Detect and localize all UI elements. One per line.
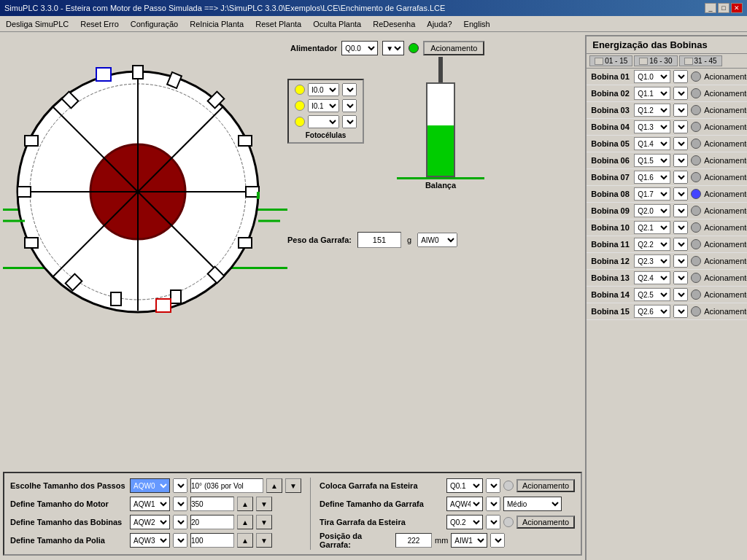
- bobina-acionamento-02: Acionamento: [704, 89, 747, 98]
- bobina-dropdown-10[interactable]: ▼: [673, 221, 688, 234]
- fotocell-led-3: [295, 117, 305, 127]
- menu-english[interactable]: English: [461, 18, 493, 30]
- menu-ajuda[interactable]: Ajuda?: [424, 18, 454, 30]
- feeder-address-select[interactable]: Q0.0: [341, 41, 378, 55]
- peso-value-input[interactable]: [357, 232, 401, 248]
- bobina-select-10[interactable]: Q2.1: [634, 221, 670, 234]
- bobina-select-03[interactable]: Q1.2: [634, 104, 670, 117]
- bobina-dropdown-15[interactable]: ▼: [673, 305, 688, 318]
- bobina-select-02[interactable]: Q1.1: [634, 87, 670, 100]
- row3-value-input[interactable]: [190, 515, 234, 529]
- fotocell-select-2[interactable]: I0.1: [308, 99, 339, 112]
- menu-reset-erro[interactable]: Reset Erro: [77, 18, 122, 30]
- bobina-select-09[interactable]: Q2.0: [634, 204, 670, 217]
- fotocell-select-1[interactable]: I0.0: [308, 83, 339, 96]
- row3-down-btn[interactable]: ▼: [256, 515, 272, 529]
- peso-address-select[interactable]: AIW0: [417, 233, 457, 247]
- tab-31-45[interactable]: 31 - 45: [679, 55, 722, 66]
- bobina-select-06[interactable]: Q1.5: [634, 154, 670, 167]
- rrow3-led: [503, 517, 514, 527]
- row4-down-btn[interactable]: ▼: [256, 533, 272, 548]
- row4-up-btn[interactable]: ▲: [237, 533, 253, 548]
- row3-dropdown[interactable]: ▼: [173, 515, 187, 529]
- row2-up-btn[interactable]: ▲: [237, 497, 253, 511]
- row1-dropdown[interactable]: ▼: [173, 478, 187, 493]
- row3-up-btn[interactable]: ▲: [237, 515, 253, 529]
- fotocells-label: Fotocélulas: [295, 131, 357, 139]
- feeder-dropdown[interactable]: ▼: [382, 41, 404, 55]
- bobina-dropdown-12[interactable]: ▼: [673, 254, 688, 268]
- bobina-dropdown-07[interactable]: ▼: [673, 171, 688, 184]
- bobina-dropdown-03[interactable]: ▼: [673, 104, 688, 117]
- row1-address-select[interactable]: AQW0: [130, 478, 170, 493]
- bobina-dropdown-13[interactable]: ▼: [673, 271, 688, 284]
- fotocell-dropdown-2[interactable]: ▼: [342, 99, 357, 112]
- bobina-select-14[interactable]: Q2.5: [634, 288, 670, 301]
- row2-address-select[interactable]: AQW1: [130, 497, 170, 511]
- bobina-led-07: [691, 172, 701, 182]
- rrow4-dropdown[interactable]: ▼: [490, 533, 505, 548]
- bobina-dropdown-04[interactable]: ▼: [673, 120, 688, 133]
- rrow1-led: [503, 481, 514, 491]
- rrow4-address-select[interactable]: AIW1: [451, 533, 487, 548]
- menu-reset-planta[interactable]: Reset Planta: [252, 18, 304, 30]
- maximize-button[interactable]: □: [718, 3, 729, 13]
- row4-dropdown[interactable]: ▼: [173, 533, 187, 548]
- bobina-select-08[interactable]: Q1.7: [634, 187, 670, 201]
- menu-desliga[interactable]: Desliga SimuPLC: [3, 18, 71, 30]
- bobina-select-11[interactable]: Q2.2: [634, 238, 670, 251]
- bobina-dropdown-05[interactable]: ▼: [673, 137, 688, 150]
- fotocell-dropdown-3[interactable]: ▼: [342, 115, 357, 128]
- row3-address-select[interactable]: AQW2: [130, 515, 170, 529]
- minimize-button[interactable]: _: [705, 3, 716, 13]
- rrow1-address-select[interactable]: Q0.1: [446, 478, 483, 493]
- row4-value-input[interactable]: [190, 533, 234, 548]
- rrow2-size-select[interactable]: Médio Pequeno Grande: [503, 497, 562, 511]
- bobina-dropdown-01[interactable]: ▼: [673, 70, 688, 83]
- bobina-select-05[interactable]: Q1.4: [634, 137, 670, 150]
- close-button[interactable]: ✕: [731, 3, 743, 13]
- fotocell-select-3[interactable]: [308, 115, 339, 128]
- menu-oculta[interactable]: Oculta Planta: [310, 18, 364, 30]
- scale-fill: [427, 125, 454, 176]
- tab-01-15[interactable]: 01 - 15: [589, 55, 632, 66]
- rrow2-address-select[interactable]: AQW4: [446, 497, 483, 511]
- row4-address-select[interactable]: AQW3: [130, 533, 170, 548]
- bobina-select-01[interactable]: Q1.0: [634, 70, 670, 83]
- bobina-select-12[interactable]: Q2.3: [634, 254, 670, 268]
- window-controls[interactable]: _ □ ✕: [705, 3, 743, 13]
- menu-configuracao[interactable]: Configuração: [128, 18, 181, 30]
- row2-down-btn[interactable]: ▼: [256, 497, 272, 511]
- rrow1-dropdown[interactable]: ▼: [486, 478, 500, 493]
- rrow3-dropdown[interactable]: ▼: [486, 515, 500, 529]
- bobina-led-08: [691, 189, 701, 199]
- row1-down-btn[interactable]: ▼: [285, 478, 301, 493]
- bobina-select-13[interactable]: Q2.4: [634, 271, 670, 284]
- rrow3-acionamento-btn[interactable]: Acionamento: [516, 516, 575, 529]
- row2-value-input[interactable]: [190, 497, 234, 511]
- menu-reinicia[interactable]: ReInicia Planta: [187, 18, 247, 30]
- rrow3-address-select[interactable]: Q0.2: [446, 515, 483, 529]
- tab-16-30[interactable]: 16 - 30: [634, 55, 677, 66]
- rrow1-acionamento-btn[interactable]: Acionamento: [516, 479, 575, 492]
- bobina-dropdown-06[interactable]: ▼: [673, 154, 688, 167]
- bobina-select-04[interactable]: Q1.3: [634, 120, 670, 133]
- bobina-select-07[interactable]: Q1.6: [634, 171, 670, 184]
- bobina-dropdown-09[interactable]: ▼: [673, 204, 688, 217]
- bobina-dropdown-02[interactable]: ▼: [673, 87, 688, 100]
- row1-value-input[interactable]: [190, 478, 263, 493]
- rrow4-value-input[interactable]: [395, 533, 432, 548]
- bobina-dropdown-08[interactable]: ▼: [673, 187, 688, 201]
- bobina-select-15[interactable]: Q2.6: [634, 305, 670, 318]
- fotocell-dropdown-1[interactable]: ▼: [342, 83, 357, 96]
- bobina-dropdown-11[interactable]: ▼: [673, 238, 688, 251]
- rrow2-dropdown[interactable]: ▼: [486, 497, 500, 511]
- right-row-4: Posição da Garrafa: mm AIW1 ▼: [320, 532, 575, 548]
- row1-up-btn[interactable]: ▲: [266, 478, 282, 493]
- menu-redesenha[interactable]: ReDesenha: [370, 18, 418, 30]
- bobina-led-06: [691, 155, 701, 166]
- row2-dropdown[interactable]: ▼: [173, 497, 187, 511]
- feeder-acionamento-button[interactable]: Acionamento: [423, 41, 484, 55]
- svg-rect-25: [96, 68, 111, 81]
- bobina-dropdown-14[interactable]: ▼: [673, 288, 688, 301]
